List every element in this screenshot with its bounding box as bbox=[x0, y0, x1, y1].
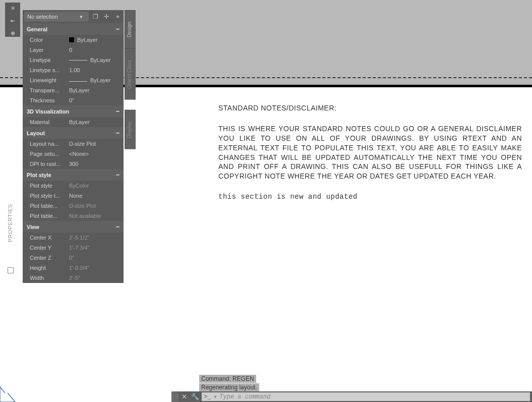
toggle-pickadd-icon[interactable]: ❐ bbox=[91, 12, 100, 21]
property-label: Layer bbox=[30, 47, 68, 53]
property-value[interactable]: <None> bbox=[68, 151, 124, 157]
command-prompt-icon: >_ bbox=[204, 393, 211, 400]
close-commandline-icon[interactable]: ✕ bbox=[179, 391, 190, 402]
property-value[interactable]: 1.00 bbox=[68, 67, 124, 73]
pin-icon[interactable]: ⇤ bbox=[11, 18, 15, 24]
quick-select-icon[interactable]: ⌖ bbox=[113, 12, 122, 21]
property-row[interactable]: Width2'-5" bbox=[23, 273, 124, 283]
property-row[interactable]: Center Z0" bbox=[23, 253, 124, 263]
property-value[interactable]: 0 bbox=[68, 47, 124, 53]
property-label: Plot table... bbox=[30, 213, 68, 219]
property-row[interactable]: Transpare...ByLayer bbox=[23, 85, 124, 95]
lineweight-sample-icon bbox=[69, 79, 87, 82]
panel-title: PROPERTIES bbox=[7, 204, 13, 242]
command-input[interactable]: Type a command bbox=[219, 393, 528, 400]
property-value[interactable]: 1'-0 3/4" bbox=[68, 265, 124, 271]
options-icon[interactable]: ✻ bbox=[11, 30, 15, 37]
section-layout[interactable]: Layout − bbox=[23, 127, 124, 139]
notes-body: THIS IS WHERE YOUR STANDARD NOTES COULD … bbox=[218, 124, 522, 181]
section-plot-style[interactable]: Plot style − bbox=[23, 169, 124, 181]
property-label: Color bbox=[30, 37, 68, 43]
tab-object-class[interactable]: Object Class bbox=[125, 48, 136, 100]
select-objects-icon[interactable]: ✛ bbox=[102, 12, 111, 21]
property-label: Page setu... bbox=[30, 151, 68, 157]
color-swatch-icon bbox=[69, 37, 74, 42]
section-label: View bbox=[27, 224, 39, 230]
property-row[interactable]: Center X2'-5 1/2" bbox=[23, 233, 124, 243]
property-label: Height bbox=[30, 265, 68, 271]
property-row[interactable]: DPI to rast...300 bbox=[23, 159, 124, 169]
properties-panel: No selection ▾ ❐ ✛ ⌖ General − ColorByLa… bbox=[23, 10, 124, 283]
command-input-wrap[interactable]: >_ ▼ Type a command bbox=[202, 392, 530, 401]
property-label: Center Y bbox=[30, 245, 68, 251]
property-row[interactable]: Plot table...Not available bbox=[23, 211, 124, 221]
property-value[interactable]: ByLayer bbox=[68, 57, 124, 63]
property-label: Layout na... bbox=[30, 141, 68, 147]
notes-title: STANDARD NOTES/DISCLAIMER: bbox=[218, 103, 522, 113]
panel-titlebar: ✕ ⇤ ✻ bbox=[5, 3, 20, 37]
property-value[interactable]: D-size Plot bbox=[68, 203, 124, 209]
selection-row: No selection ▾ ❐ ✛ ⌖ bbox=[23, 10, 124, 23]
layout-mode-icon[interactable] bbox=[8, 267, 14, 273]
section-label: Plot style bbox=[27, 172, 51, 178]
property-value[interactable]: None bbox=[68, 193, 124, 199]
drawing-canvas[interactable]: STANDARD NOTES/DISCLAIMER: THIS IS WHERE… bbox=[218, 103, 522, 202]
ucs-origin-icon[interactable] bbox=[0, 382, 20, 402]
selection-dropdown[interactable]: No selection ▾ bbox=[24, 12, 89, 22]
property-row[interactable]: Plot styleByColor bbox=[23, 181, 124, 191]
property-row[interactable]: Height1'-0 3/4" bbox=[23, 263, 124, 273]
property-row[interactable]: MaterialByLayer bbox=[23, 117, 124, 127]
property-value[interactable]: ByColor bbox=[68, 183, 124, 189]
property-row[interactable]: ColorByLayer bbox=[23, 35, 124, 45]
property-row[interactable]: LineweightByLayer bbox=[23, 75, 124, 85]
linetype-sample-icon bbox=[69, 60, 87, 61]
property-value[interactable]: 300 bbox=[68, 161, 124, 167]
tab-design[interactable]: Design bbox=[125, 10, 136, 48]
customize-icon[interactable]: 🔧 bbox=[190, 391, 201, 402]
section-general[interactable]: General − bbox=[23, 23, 124, 35]
property-label: Plot style bbox=[30, 183, 68, 189]
property-label: Plot table... bbox=[30, 203, 68, 209]
notes-updated: this section is new and updated bbox=[218, 192, 522, 202]
property-row[interactable]: Plot table...D-size Plot bbox=[23, 201, 124, 211]
chevron-down-icon[interactable]: ▼ bbox=[213, 394, 217, 399]
chevron-down-icon: ▾ bbox=[80, 14, 86, 20]
property-value[interactable]: Not available bbox=[68, 213, 124, 219]
collapse-icon: − bbox=[115, 171, 120, 179]
drag-handle-icon[interactable]: ⋮⋮ bbox=[171, 391, 179, 402]
property-row[interactable]: Layer0 bbox=[23, 45, 124, 55]
property-value[interactable]: D-size Plot bbox=[68, 141, 124, 147]
section-view[interactable]: View − bbox=[23, 221, 124, 233]
tab-display[interactable]: Display bbox=[125, 110, 136, 149]
property-value[interactable]: ByLayer bbox=[68, 37, 124, 43]
property-row[interactable]: Center Y1'-7 3/4" bbox=[23, 243, 124, 253]
command-history: Command: REGEN Regenerating layout. bbox=[199, 374, 259, 391]
property-label: Material bbox=[30, 119, 68, 125]
collapse-icon: − bbox=[115, 223, 120, 231]
collapse-icon: − bbox=[115, 25, 120, 33]
property-row[interactable]: Plot style t...None bbox=[23, 191, 124, 201]
collapse-icon: − bbox=[115, 129, 120, 137]
property-value[interactable]: 2'-5" bbox=[68, 275, 124, 281]
property-value[interactable]: 0" bbox=[68, 97, 124, 103]
property-value[interactable]: ByLayer bbox=[68, 77, 124, 83]
property-value[interactable]: 0" bbox=[68, 255, 124, 261]
close-icon[interactable]: ✕ bbox=[11, 5, 15, 12]
property-value[interactable]: ByLayer bbox=[68, 87, 124, 93]
command-history-line: Command: REGEN bbox=[199, 375, 256, 383]
property-value[interactable]: ByLayer bbox=[68, 119, 124, 125]
property-label: Transpare... bbox=[30, 87, 68, 93]
collapse-icon: − bbox=[115, 107, 120, 115]
property-label: Plot style t... bbox=[30, 193, 68, 199]
section-label: General bbox=[27, 26, 47, 32]
property-row[interactable]: Page setu...<None> bbox=[23, 149, 124, 159]
property-value[interactable]: 1'-7 3/4" bbox=[68, 245, 124, 251]
property-row[interactable]: Thickness0" bbox=[23, 95, 124, 105]
property-row[interactable]: Layout na...D-size Plot bbox=[23, 139, 124, 149]
property-row[interactable]: LinetypeByLayer bbox=[23, 55, 124, 65]
side-tabs: Design Object Class Display bbox=[125, 10, 136, 149]
section-label: 3D Visualization bbox=[27, 108, 69, 114]
section-3d-visualization[interactable]: 3D Visualization − bbox=[23, 105, 124, 117]
property-value[interactable]: 2'-5 1/2" bbox=[68, 235, 124, 241]
property-row[interactable]: Linetype s...1.00 bbox=[23, 65, 124, 75]
